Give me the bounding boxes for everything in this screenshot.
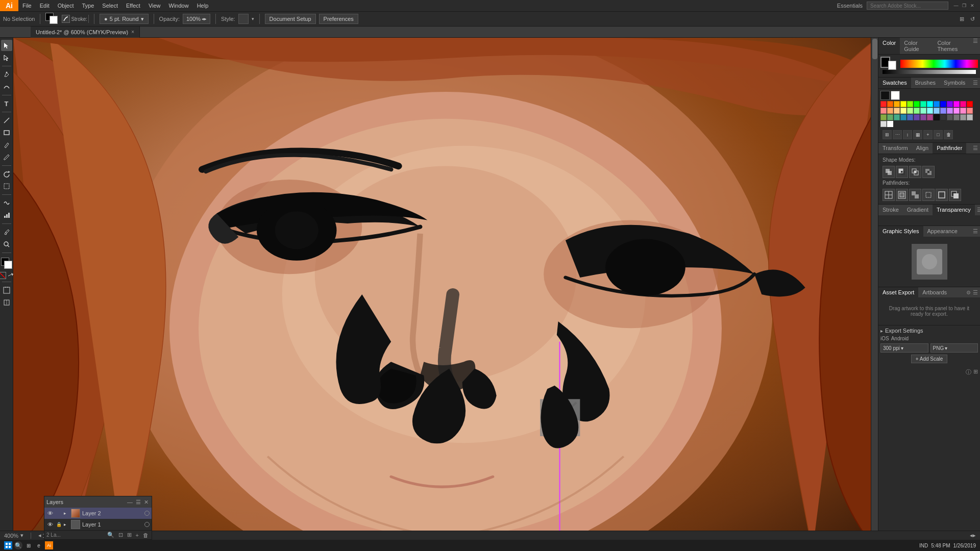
brush-tool[interactable]: [1, 152, 12, 163]
swatch[interactable]: [953, 114, 960, 120]
style-preview[interactable]: [238, 14, 249, 24]
layer-expand-1[interactable]: ▸: [64, 522, 69, 527]
pen-tool[interactable]: [1, 69, 12, 80]
swatch[interactable]: [934, 108, 940, 114]
tab-gradient[interactable]: Gradient: [903, 205, 933, 215]
layers-close-btn[interactable]: ✕: [143, 499, 150, 506]
swatch[interactable]: [887, 114, 893, 120]
eyedropper-tool[interactable]: [1, 227, 12, 238]
swatch[interactable]: [947, 101, 953, 107]
background-color[interactable]: [4, 261, 12, 269]
type-tool[interactable]: T: [1, 98, 12, 109]
grid-icon[interactable]: ⊞: [973, 368, 978, 376]
outline-btn[interactable]: [936, 189, 948, 201]
swatch[interactable]: [907, 108, 913, 114]
start-button[interactable]: [4, 541, 12, 549]
swatch[interactable]: [953, 108, 960, 114]
v-scrollbar[interactable]: [871, 38, 878, 542]
swatch[interactable]: [947, 114, 953, 120]
find-object-btn[interactable]: 🔍: [106, 532, 115, 538]
close-button[interactable]: ✕: [969, 2, 976, 9]
minus-back-btn[interactable]: [949, 189, 961, 201]
tab-swatches[interactable]: Swatches: [878, 78, 911, 88]
menu-select[interactable]: Select: [98, 0, 122, 11]
swatch[interactable]: [967, 101, 973, 107]
ae-panel-menu[interactable]: ☰: [973, 289, 978, 296]
tab-color-guide[interactable]: Color Guide: [900, 38, 933, 54]
tab-graphic-styles[interactable]: Graphic Styles: [878, 226, 923, 237]
layer-lock-1[interactable]: 🔒: [56, 521, 62, 528]
menu-help[interactable]: Help: [193, 0, 213, 11]
swatch[interactable]: [960, 108, 966, 114]
dpi-selector[interactable]: 300 ppi ▾: [880, 343, 928, 353]
tab-symbols[interactable]: Symbols: [940, 78, 969, 88]
swatch[interactable]: [967, 114, 973, 120]
tab-artboards[interactable]: Artboards: [918, 287, 951, 297]
tab-brushes[interactable]: Brushes: [911, 78, 940, 88]
divide-btn[interactable]: [883, 189, 895, 201]
create-sublayer-btn[interactable]: ⊞: [126, 532, 133, 538]
layer-target-1[interactable]: [144, 522, 150, 527]
sort-swatches-btn[interactable]: ↕: [903, 130, 912, 139]
swatch[interactable]: [960, 101, 966, 107]
tab-stroke[interactable]: Stroke: [878, 205, 903, 215]
new-color-group-btn[interactable]: +: [923, 130, 933, 139]
stroke-panel-menu[interactable]: ☰: [975, 205, 980, 215]
color-panel-menu[interactable]: ☰: [971, 38, 980, 54]
illustrator-taskbar-btn[interactable]: Ai: [45, 541, 53, 549]
make-clipping-btn[interactable]: ⊡: [117, 532, 124, 538]
opacity-value-box[interactable]: 100% ◂▸: [183, 14, 210, 24]
menu-window[interactable]: Window: [165, 0, 193, 11]
swatch[interactable]: [927, 114, 933, 120]
v-scroll-thumb[interactable]: [872, 39, 877, 59]
curvature-tool[interactable]: [1, 81, 12, 92]
document-tab[interactable]: Untitled-2* @ 600% (CMYK/Preview) ×: [31, 27, 140, 38]
tab-close-button[interactable]: ×: [131, 29, 134, 35]
menu-view[interactable]: View: [144, 0, 165, 11]
exclude-btn[interactable]: [922, 166, 935, 178]
swatch[interactable]: [920, 101, 926, 107]
layer-lock-2[interactable]: [56, 510, 62, 516]
reset-btn[interactable]: ↺: [968, 15, 977, 23]
print-tiling-tool[interactable]: [1, 297, 12, 308]
style-dropdown[interactable]: ▾: [252, 16, 254, 21]
swatch-library-btn[interactable]: ⊞: [883, 130, 892, 139]
edge-btn[interactable]: e: [35, 541, 43, 549]
preferences-button[interactable]: Preferences: [319, 14, 358, 24]
tab-color[interactable]: Color: [878, 38, 900, 54]
menu-edit[interactable]: Edit: [36, 0, 54, 11]
stroke-box-swatch[interactable]: [50, 16, 58, 24]
swatch[interactable]: [880, 108, 887, 114]
layers-menu-btn[interactable]: ☰: [135, 499, 142, 506]
menu-type[interactable]: Type: [78, 0, 99, 11]
swatch[interactable]: [894, 108, 900, 114]
search-taskbar[interactable]: 🔍: [14, 541, 22, 549]
delete-layer-btn[interactable]: 🗑: [142, 532, 150, 538]
document-setup-button[interactable]: Document Setup: [265, 14, 316, 24]
swatch[interactable]: [900, 114, 906, 120]
tab-asset-export[interactable]: Asset Export: [878, 287, 918, 297]
swatch[interactable]: [967, 108, 973, 114]
tab-pathfinder[interactable]: Pathfinder: [933, 143, 966, 154]
swatch[interactable]: [880, 121, 887, 127]
tab-transparency[interactable]: Transparency: [933, 205, 975, 215]
layer-item-2[interactable]: 👁 ▸ Layer 2: [44, 508, 152, 519]
trim-btn[interactable]: [896, 189, 908, 201]
swatch[interactable]: [914, 101, 920, 107]
format-selector[interactable]: PNG ▾: [930, 343, 978, 353]
minus-front-btn[interactable]: [896, 166, 908, 178]
tab-appearance[interactable]: Appearance: [923, 226, 962, 237]
layer-eye-2[interactable]: 👁: [46, 510, 54, 517]
swatch[interactable]: [914, 114, 920, 120]
swatch[interactable]: [920, 108, 926, 114]
ae-settings-icon[interactable]: ⚙: [966, 290, 971, 295]
menu-effect[interactable]: Effect: [122, 0, 144, 11]
menu-file[interactable]: File: [18, 0, 36, 11]
switch-view-btn[interactable]: ▦: [913, 130, 922, 139]
swatch[interactable]: [880, 101, 887, 107]
minimize-button[interactable]: —: [952, 2, 960, 9]
intersect-btn[interactable]: [909, 166, 921, 178]
layer-target-2[interactable]: [144, 511, 150, 516]
line-tool[interactable]: [1, 115, 12, 126]
swatch[interactable]: [900, 108, 906, 114]
